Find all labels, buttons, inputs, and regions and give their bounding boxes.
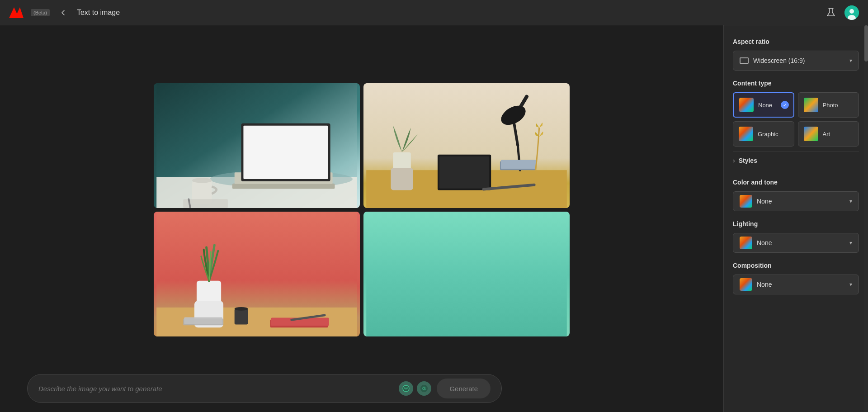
generated-image-1[interactable] [154, 83, 360, 208]
prompt-icons: G [399, 381, 431, 396]
color-and-tone-value: None [757, 198, 845, 205]
prompt-area: G Generate [27, 374, 502, 403]
generated-image-2[interactable] [363, 83, 570, 208]
page-title: Text to image [77, 9, 120, 17]
lighting-value: None [757, 239, 845, 246]
svg-point-14 [192, 177, 212, 183]
grammar-icon[interactable]: G [417, 381, 431, 396]
svg-rect-37 [184, 317, 222, 324]
aspect-ratio-value: Widescreen (16:9) [753, 57, 845, 64]
image-scene-1 [154, 83, 360, 208]
content-area: G Generate [0, 25, 723, 412]
svg-text:G: G [423, 386, 426, 391]
styles-chevron-right-icon: › [733, 157, 735, 164]
generate-button[interactable]: Generate [437, 379, 491, 398]
back-button[interactable] [57, 6, 70, 19]
content-type-graphic-label: Graphic [758, 131, 778, 137]
generated-image-3[interactable] [154, 212, 360, 336]
composition-dropdown[interactable]: None ▾ [733, 275, 859, 294]
header: (Beta) Text to image [0, 0, 868, 25]
content-type-art-thumb [804, 127, 818, 141]
styles-row[interactable]: › Styles [733, 151, 859, 170]
emoji-icon[interactable] [399, 381, 413, 396]
beta-badge: (Beta) [31, 9, 50, 16]
svg-rect-26 [439, 156, 489, 188]
generated-image-4[interactable] [363, 212, 570, 336]
adobe-logo [9, 7, 24, 18]
prompt-bar: G Generate [27, 374, 502, 403]
color-and-tone-thumb [740, 195, 752, 208]
content-type-none-label: None [758, 102, 772, 109]
image-grid [154, 83, 570, 336]
content-type-none-thumb [739, 98, 754, 112]
svg-rect-41 [366, 212, 567, 336]
content-type-none[interactable]: None ✓ [733, 92, 794, 118]
svg-point-4 [849, 9, 854, 14]
user-avatar[interactable] [844, 5, 859, 20]
svg-rect-28 [501, 160, 537, 169]
content-type-grid: None ✓ Photo Graphic Art [733, 92, 859, 147]
svg-point-35 [235, 307, 248, 310]
image-scene-3 [154, 212, 360, 336]
content-type-photo[interactable]: Photo [798, 92, 859, 118]
color-and-tone-label: Color and tone [733, 179, 859, 186]
composition-thumb [740, 278, 752, 291]
composition-value: None [757, 281, 845, 288]
adobe-icon [9, 7, 24, 18]
content-type-graphic-thumb [739, 127, 753, 141]
composition-label: Composition [733, 262, 859, 269]
scrollbar-thumb[interactable] [864, 25, 868, 62]
lighting-thumb [740, 237, 752, 249]
right-panel: Aspect ratio Widescreen (16:9) ▾ Content… [723, 25, 868, 412]
composition-chevron-down-icon: ▾ [849, 281, 852, 288]
svg-point-44 [405, 387, 406, 388]
color-and-tone-dropdown[interactable]: None ▾ [733, 191, 859, 211]
content-type-photo-thumb [804, 98, 818, 112]
color-and-tone-chevron-down-icon: ▾ [849, 198, 852, 204]
widescreen-icon [740, 57, 749, 64]
scrollbar-track [864, 25, 868, 412]
aspect-ratio-label: Aspect ratio [733, 38, 859, 45]
lighting-dropdown[interactable]: None ▾ [733, 233, 859, 253]
aspect-ratio-chevron-down-icon: ▾ [849, 57, 852, 64]
check-icon: ✓ [781, 101, 789, 109]
content-type-graphic[interactable]: Graphic [733, 121, 794, 147]
svg-point-45 [407, 387, 408, 388]
svg-rect-23 [393, 152, 410, 170]
styles-label: Styles [739, 157, 757, 164]
content-type-photo-label: Photo [823, 102, 838, 109]
content-type-label: Content type [733, 80, 859, 87]
flask-icon[interactable] [825, 6, 837, 19]
image-scene-4 [363, 212, 570, 336]
content-type-art[interactable]: Art [798, 121, 859, 147]
svg-rect-24 [391, 168, 413, 190]
content-type-art-label: Art [823, 131, 830, 137]
back-arrow-icon [60, 9, 67, 16]
svg-rect-34 [235, 308, 248, 324]
header-actions [825, 5, 859, 20]
lighting-chevron-down-icon: ▾ [849, 240, 852, 246]
image-scene-2 [363, 83, 570, 208]
svg-rect-12 [243, 125, 328, 179]
aspect-ratio-dropdown[interactable]: Widescreen (16:9) ▾ [733, 51, 859, 71]
prompt-input[interactable] [38, 385, 393, 393]
main-layout: G Generate Aspect ratio Widescreen (16:9… [0, 25, 868, 412]
svg-rect-9 [232, 183, 335, 189]
svg-point-42 [402, 385, 410, 392]
lighting-label: Lighting [733, 220, 859, 227]
